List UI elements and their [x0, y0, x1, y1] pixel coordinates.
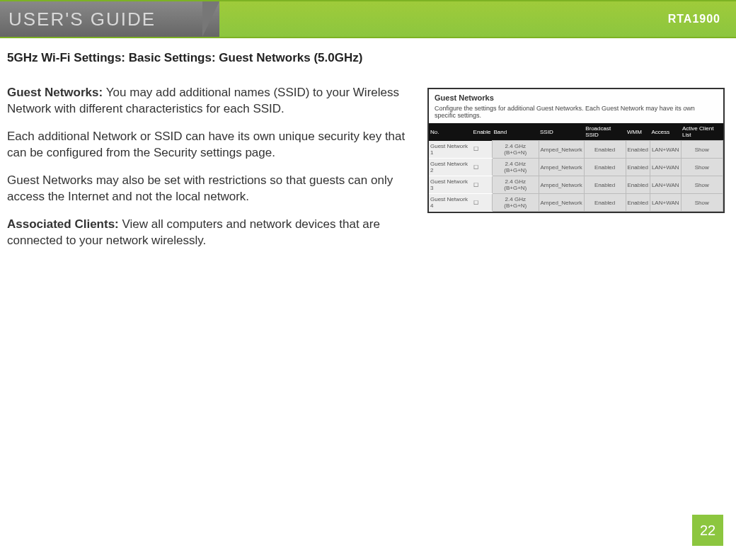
cell-no: Guest Network 2: [429, 159, 472, 176]
cell-band[interactable]: 2.4 GHz (B+G+N): [493, 176, 539, 194]
cell-ssid[interactable]: Amped_Network: [539, 194, 584, 212]
cell-enable[interactable]: ☐: [472, 194, 493, 212]
cell-bssid[interactable]: Enabled: [584, 141, 626, 159]
cell-wmm[interactable]: Enabled: [626, 194, 650, 212]
cell-access[interactable]: LAN+WAN: [650, 159, 681, 176]
table-row: Guest Network 3 ☐ 2.4 GHz (B+G+N) Amped_…: [429, 176, 723, 194]
cell-bssid[interactable]: Enabled: [584, 159, 626, 176]
page-number-badge: 22: [692, 515, 723, 546]
content-area: 5GHz Wi-Fi Settings: Basic Settings: Gue…: [0, 38, 736, 268]
paragraph-associated-clients: Associated Clients: View all computers a…: [7, 217, 701, 249]
cell-acl[interactable]: Show: [681, 141, 723, 159]
col-enable: Enable: [472, 123, 493, 141]
cell-access[interactable]: LAN+WAN: [650, 176, 681, 194]
cell-acl[interactable]: Show: [681, 194, 723, 212]
inset-table: No. Enable Band SSID Broadcast SSID WMM …: [429, 123, 723, 212]
table-row: Guest Network 2 ☐ 2.4 GHz (B+G+N) Amped_…: [429, 159, 723, 176]
cell-acl[interactable]: Show: [681, 176, 723, 194]
cell-bssid[interactable]: Enabled: [584, 194, 626, 212]
p4-lead: Associated Clients:: [7, 217, 122, 231]
header-right: RTA1900: [219, 1, 736, 37]
cell-ssid[interactable]: Amped_Network: [539, 141, 584, 159]
cell-enable[interactable]: ☐: [472, 176, 493, 194]
cell-enable[interactable]: ☐: [472, 141, 493, 159]
cell-no: Guest Network 4: [429, 194, 472, 212]
p1-lead: Guest Networks:: [7, 86, 106, 99]
model-label: RTA1900: [668, 13, 720, 25]
inset-subheading: Configure the settings for additional Gu…: [429, 105, 723, 123]
table-row: Guest Network 1 ☐ 2.4 GHz (B+G+N) Amped_…: [429, 141, 723, 159]
table-row: Guest Network 4 ☐ 2.4 GHz (B+G+N) Amped_…: [429, 194, 723, 212]
col-ssid: SSID: [539, 123, 584, 141]
cell-no: Guest Network 1: [429, 141, 472, 159]
col-no: No.: [429, 123, 472, 141]
inset-screenshot: Guest Networks Configure the settings fo…: [427, 88, 725, 213]
p2-body: Each additional Network or SSID can have…: [7, 130, 405, 159]
cell-wmm[interactable]: Enabled: [626, 176, 650, 194]
cell-access[interactable]: LAN+WAN: [650, 194, 681, 212]
cell-access[interactable]: LAN+WAN: [650, 141, 681, 159]
cell-band[interactable]: 2.4 GHz (B+G+N): [493, 194, 539, 212]
cell-enable[interactable]: ☐: [472, 159, 493, 176]
cell-ssid[interactable]: Amped_Network: [539, 176, 584, 194]
cell-band[interactable]: 2.4 GHz (B+G+N): [493, 141, 539, 159]
cell-wmm[interactable]: Enabled: [626, 141, 650, 159]
cell-bssid[interactable]: Enabled: [584, 176, 626, 194]
cell-acl[interactable]: Show: [681, 159, 723, 176]
cell-band[interactable]: 2.4 GHz (B+G+N): [493, 159, 539, 176]
col-bssid: Broadcast SSID: [584, 123, 626, 141]
inset-heading: Guest Networks: [429, 89, 723, 105]
header-bar: USER'S GUIDE RTA1900: [0, 0, 736, 38]
col-band: Band: [493, 123, 539, 141]
cell-ssid[interactable]: Amped_Network: [539, 159, 584, 176]
guide-title: USER'S GUIDE: [8, 8, 156, 30]
col-access: Access: [650, 123, 681, 141]
page-title: 5GHz Wi-Fi Settings: Basic Settings: Gue…: [7, 51, 729, 65]
cell-wmm[interactable]: Enabled: [626, 159, 650, 176]
col-wmm: WMM: [626, 123, 650, 141]
p3-body: Guest Networks may also be set with rest…: [7, 173, 393, 203]
col-acl: Active Client List: [681, 123, 723, 141]
header-left: USER'S GUIDE: [0, 1, 219, 37]
cell-no: Guest Network 3: [429, 176, 472, 194]
